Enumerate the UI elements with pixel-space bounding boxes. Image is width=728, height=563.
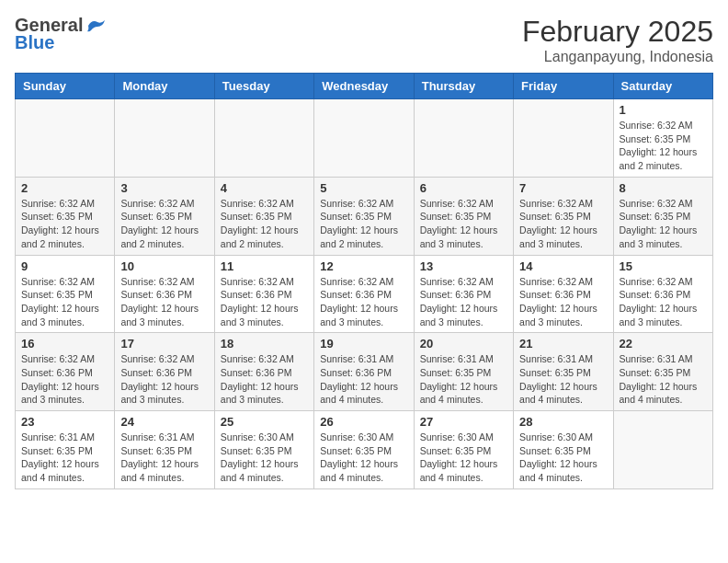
calendar-day-cell: 22Sunrise: 6:31 AMSunset: 6:35 PMDayligh… bbox=[613, 333, 712, 411]
col-saturday: Saturday bbox=[613, 74, 712, 99]
calendar-day-cell: 5Sunrise: 6:32 AMSunset: 6:35 PMDaylight… bbox=[314, 177, 414, 255]
day-info: Sunrise: 6:30 AMSunset: 6:35 PMDaylight:… bbox=[221, 431, 308, 485]
day-number: 3 bbox=[120, 181, 208, 195]
calendar-week-row: 16Sunrise: 6:32 AMSunset: 6:36 PMDayligh… bbox=[16, 333, 713, 411]
day-number: 24 bbox=[120, 415, 208, 429]
day-info: Sunrise: 6:31 AMSunset: 6:35 PMDaylight:… bbox=[120, 431, 208, 485]
day-info: Sunrise: 6:32 AMSunset: 6:35 PMDaylight:… bbox=[320, 197, 407, 251]
day-number: 12 bbox=[320, 259, 407, 273]
day-number: 7 bbox=[519, 181, 607, 195]
day-info: Sunrise: 6:31 AMSunset: 6:35 PMDaylight:… bbox=[620, 352, 707, 407]
calendar-day-cell bbox=[514, 99, 613, 178]
calendar-header-row: Sunday Monday Tuesday Wednesday Thursday… bbox=[16, 74, 713, 99]
calendar-day-cell bbox=[314, 99, 414, 178]
day-info: Sunrise: 6:32 AMSunset: 6:36 PMDaylight:… bbox=[519, 275, 607, 329]
title-area: February 2025 Langanpayung, Indonesia bbox=[522, 15, 713, 65]
calendar-week-row: 9Sunrise: 6:32 AMSunset: 6:35 PMDaylight… bbox=[16, 255, 713, 333]
day-number: 20 bbox=[420, 337, 507, 350]
day-info: Sunrise: 6:31 AMSunset: 6:35 PMDaylight:… bbox=[519, 352, 607, 407]
day-number: 11 bbox=[221, 259, 308, 273]
day-info: Sunrise: 6:32 AMSunset: 6:35 PMDaylight:… bbox=[21, 275, 108, 329]
day-info: Sunrise: 6:32 AMSunset: 6:36 PMDaylight:… bbox=[120, 352, 208, 407]
calendar-day-cell: 16Sunrise: 6:32 AMSunset: 6:36 PMDayligh… bbox=[16, 333, 115, 411]
day-number: 10 bbox=[120, 259, 208, 273]
col-wednesday: Wednesday bbox=[314, 74, 414, 99]
day-info: Sunrise: 6:32 AMSunset: 6:35 PMDaylight:… bbox=[420, 197, 507, 251]
day-info: Sunrise: 6:32 AMSunset: 6:35 PMDaylight:… bbox=[221, 197, 308, 251]
day-number: 28 bbox=[519, 415, 607, 429]
calendar-day-cell: 12Sunrise: 6:32 AMSunset: 6:36 PMDayligh… bbox=[314, 255, 414, 333]
calendar-day-cell: 27Sunrise: 6:30 AMSunset: 6:35 PMDayligh… bbox=[414, 411, 513, 489]
day-number: 13 bbox=[420, 259, 507, 273]
calendar-week-row: 1Sunrise: 6:32 AMSunset: 6:35 PMDaylight… bbox=[16, 99, 713, 178]
calendar-week-row: 2Sunrise: 6:32 AMSunset: 6:35 PMDaylight… bbox=[16, 177, 713, 255]
day-number: 4 bbox=[221, 181, 308, 195]
day-number: 18 bbox=[221, 337, 308, 350]
day-number: 16 bbox=[21, 337, 108, 350]
day-info: Sunrise: 6:31 AMSunset: 6:35 PMDaylight:… bbox=[21, 431, 108, 485]
page-header: General Blue February 2025 Langanpayung,… bbox=[15, 15, 713, 65]
col-sunday: Sunday bbox=[16, 74, 115, 99]
calendar-day-cell: 6Sunrise: 6:32 AMSunset: 6:35 PMDaylight… bbox=[414, 177, 513, 255]
calendar-day-cell: 25Sunrise: 6:30 AMSunset: 6:35 PMDayligh… bbox=[214, 411, 313, 489]
day-info: Sunrise: 6:32 AMSunset: 6:35 PMDaylight:… bbox=[120, 197, 208, 251]
day-info: Sunrise: 6:32 AMSunset: 6:36 PMDaylight:… bbox=[21, 352, 108, 407]
day-number: 23 bbox=[21, 415, 108, 429]
col-tuesday: Tuesday bbox=[214, 74, 313, 99]
col-thursday: Thursday bbox=[414, 74, 513, 99]
day-info: Sunrise: 6:30 AMSunset: 6:35 PMDaylight:… bbox=[519, 431, 607, 485]
day-number: 9 bbox=[21, 259, 108, 273]
day-number: 27 bbox=[420, 415, 507, 429]
day-number: 2 bbox=[21, 181, 108, 195]
day-number: 1 bbox=[620, 103, 707, 117]
day-info: Sunrise: 6:32 AMSunset: 6:36 PMDaylight:… bbox=[120, 275, 208, 329]
calendar-day-cell: 11Sunrise: 6:32 AMSunset: 6:36 PMDayligh… bbox=[214, 255, 313, 333]
calendar-day-cell bbox=[115, 99, 214, 178]
day-number: 21 bbox=[519, 337, 607, 350]
day-info: Sunrise: 6:32 AMSunset: 6:36 PMDaylight:… bbox=[221, 275, 308, 329]
day-number: 14 bbox=[519, 259, 607, 273]
calendar-day-cell: 8Sunrise: 6:32 AMSunset: 6:35 PMDaylight… bbox=[613, 177, 712, 255]
logo-bird-icon bbox=[86, 17, 107, 34]
month-year-title: February 2025 bbox=[522, 15, 713, 49]
day-info: Sunrise: 6:31 AMSunset: 6:36 PMDaylight:… bbox=[320, 352, 407, 407]
calendar-day-cell: 23Sunrise: 6:31 AMSunset: 6:35 PMDayligh… bbox=[16, 411, 115, 489]
calendar-table: Sunday Monday Tuesday Wednesday Thursday… bbox=[15, 73, 713, 489]
day-number: 5 bbox=[320, 181, 407, 195]
calendar-day-cell: 28Sunrise: 6:30 AMSunset: 6:35 PMDayligh… bbox=[514, 411, 613, 489]
day-number: 15 bbox=[620, 259, 707, 273]
day-number: 22 bbox=[620, 337, 707, 350]
col-monday: Monday bbox=[115, 74, 214, 99]
day-info: Sunrise: 6:32 AMSunset: 6:35 PMDaylight:… bbox=[21, 197, 108, 251]
calendar-day-cell: 21Sunrise: 6:31 AMSunset: 6:35 PMDayligh… bbox=[514, 333, 613, 411]
calendar-day-cell: 3Sunrise: 6:32 AMSunset: 6:35 PMDaylight… bbox=[115, 177, 214, 255]
day-info: Sunrise: 6:32 AMSunset: 6:36 PMDaylight:… bbox=[620, 275, 707, 329]
day-info: Sunrise: 6:30 AMSunset: 6:35 PMDaylight:… bbox=[320, 431, 407, 485]
calendar-day-cell bbox=[414, 99, 513, 178]
calendar-day-cell bbox=[214, 99, 313, 178]
day-info: Sunrise: 6:32 AMSunset: 6:36 PMDaylight:… bbox=[221, 352, 308, 407]
day-info: Sunrise: 6:30 AMSunset: 6:35 PMDaylight:… bbox=[420, 431, 507, 485]
calendar-day-cell: 13Sunrise: 6:32 AMSunset: 6:36 PMDayligh… bbox=[414, 255, 513, 333]
day-number: 26 bbox=[320, 415, 407, 429]
calendar-day-cell bbox=[613, 411, 712, 489]
calendar-day-cell: 10Sunrise: 6:32 AMSunset: 6:36 PMDayligh… bbox=[115, 255, 214, 333]
calendar-day-cell: 2Sunrise: 6:32 AMSunset: 6:35 PMDaylight… bbox=[16, 177, 115, 255]
day-info: Sunrise: 6:32 AMSunset: 6:35 PMDaylight:… bbox=[620, 197, 707, 251]
day-info: Sunrise: 6:32 AMSunset: 6:36 PMDaylight:… bbox=[420, 275, 507, 329]
calendar-day-cell: 7Sunrise: 6:32 AMSunset: 6:35 PMDaylight… bbox=[514, 177, 613, 255]
day-info: Sunrise: 6:32 AMSunset: 6:35 PMDaylight:… bbox=[620, 119, 707, 173]
logo: General Blue bbox=[15, 15, 107, 53]
day-info: Sunrise: 6:32 AMSunset: 6:36 PMDaylight:… bbox=[320, 275, 407, 329]
day-number: 8 bbox=[620, 181, 707, 195]
calendar-day-cell: 26Sunrise: 6:30 AMSunset: 6:35 PMDayligh… bbox=[314, 411, 414, 489]
day-number: 19 bbox=[320, 337, 407, 350]
day-number: 6 bbox=[420, 181, 507, 195]
calendar-day-cell: 17Sunrise: 6:32 AMSunset: 6:36 PMDayligh… bbox=[115, 333, 214, 411]
col-friday: Friday bbox=[514, 74, 613, 99]
day-number: 25 bbox=[221, 415, 308, 429]
calendar-week-row: 23Sunrise: 6:31 AMSunset: 6:35 PMDayligh… bbox=[16, 411, 713, 489]
calendar-day-cell: 18Sunrise: 6:32 AMSunset: 6:36 PMDayligh… bbox=[214, 333, 313, 411]
logo-text-blue: Blue bbox=[15, 32, 54, 53]
day-number: 17 bbox=[120, 337, 208, 350]
